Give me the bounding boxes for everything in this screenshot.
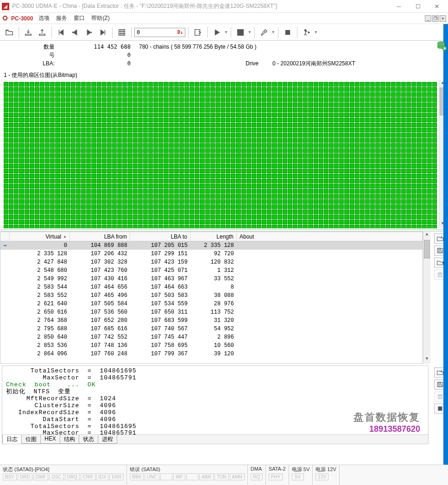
menu-options[interactable]: 选项 [38,14,50,22]
cell-length: 2 896 [190,334,237,341]
th-virtual[interactable]: Virtual▲ [10,232,70,241]
status-group-title: DMA [251,466,263,473]
open-button[interactable] [3,26,16,39]
status-item: BBK [130,473,144,480]
grid2-button[interactable] [234,26,247,39]
status-group: 错误 (SATA0)BBKUNCINFABRTONAMN [127,465,248,485]
save-button[interactable] [36,26,49,39]
load-button[interactable] [22,26,35,39]
status-item: RQ [251,473,263,480]
cell-length: 2 335 128 [190,242,237,249]
cell-length: 10 560 [190,342,237,349]
cell-virtual: 2 650 616 [10,309,70,316]
table-row[interactable]: 2 850 640107 742 552107 745 4472 896 [0,333,423,341]
mdi-minimize-button[interactable]: _ [425,15,431,22]
window-title: PC-3000 UDMA-E - China - [Data Extractor… [12,2,390,10]
status-group-title: 电源 5V [292,466,310,473]
status-group: 电源 5V5V [289,465,313,485]
status-group: 电源 12V12V [313,465,340,485]
log-body[interactable]: TotalSectors = 104861695 MaxSector = 104… [2,366,428,435]
table-row[interactable]: 2 864 096107 760 248107 799 36739 120 [0,350,423,358]
cell-about [237,303,423,304]
table-row[interactable]: 2 853 536107 748 136107 758 69510 560 [0,341,423,350]
th-length[interactable]: Length [190,232,237,241]
cell-lbafrom: 107 423 760 [70,267,130,274]
tab-struct[interactable]: 结构 [60,435,79,444]
database-icon[interactable] [437,41,447,51]
th-about[interactable]: About [237,232,423,241]
status-group-title: 电源 12V [315,466,336,473]
cell-virtual: 0 [10,242,70,249]
maximize-button[interactable]: ☐ [409,0,427,13]
table-row[interactable]: 2 795 688107 685 616107 740 56754 952 [0,325,423,333]
menu-services[interactable]: 服务 [56,14,67,22]
th-lbafrom[interactable]: LBA from [70,232,130,241]
svg-rect-10 [240,33,241,35]
table-scrollbar[interactable]: ▲ ▼ [423,232,430,364]
table-row[interactable]: 2 335 128107 206 432107 299 15192 720 [0,250,423,258]
nav-last-button[interactable] [96,26,109,39]
info-no-value: 0 [60,52,134,58]
info-panel: 数量 114 452 688 780 - chains ( 58 599 776… [0,41,448,69]
status-item: INF [173,473,185,480]
stop-button[interactable] [281,26,294,39]
status-item: DSC [49,473,63,480]
cell-virtual: 2 335 128 [10,250,70,258]
svg-rect-2 [195,29,200,35]
status-item: 12V [315,473,328,480]
tab-process[interactable]: 进程 [98,435,117,444]
table-row[interactable]: 2 621 640107 505 584107 534 55928 976 [0,300,423,308]
cell-virtual: 2 427 848 [10,258,70,266]
svg-rect-9 [238,33,240,35]
tab-log[interactable]: 日志 [2,435,22,444]
menu-window[interactable]: 窗口 [74,14,85,22]
status-item: TON [215,473,229,480]
svg-rect-14 [437,248,442,253]
status-group-title: SATA-2 [269,466,286,473]
table-row[interactable]: ➡0104 869 888107 205 0152 335 128 [0,241,423,250]
log-tabs: 日志 位图 HEX 结构 状态 进程 [2,435,428,444]
close-button[interactable]: ✕ [428,0,446,13]
svg-rect-1 [4,17,6,19]
export-button[interactable] [191,26,204,39]
tab-status[interactable]: 状态 [79,435,98,444]
cell-virtual: 2 621 640 [10,300,70,308]
tab-bitmap[interactable]: 位图 [21,435,41,444]
th-lbato[interactable]: LBA to [130,232,190,241]
menu-app-icon [2,15,9,22]
nav-next-button[interactable] [82,26,95,39]
table-body[interactable]: ➡0104 869 888107 205 0152 335 1282 335 1… [0,241,423,363]
cell-virtual: 2 583 552 [10,292,70,299]
right-strip [443,24,448,465]
tools-button[interactable] [258,26,271,39]
exit-button[interactable] [300,26,313,39]
counter-input[interactable]: 0 D↓ [134,28,185,37]
cell-length: 39 120 [190,350,237,358]
table-row[interactable]: 2 583 544107 464 656107 464 6638 [0,283,423,291]
status-item: DRQ [65,473,80,480]
nav-prev-button[interactable] [69,26,82,39]
nav-first-button[interactable] [55,26,68,39]
grid-button[interactable] [115,26,128,39]
table-row[interactable]: 2 583 552107 465 496107 503 58338 088 [0,291,423,300]
mdi-close-button[interactable]: × [440,15,446,22]
table-row[interactable]: 2 549 992107 430 416107 463 96733 552 [0,275,423,283]
info-lba-label: LBA: [5,60,60,67]
table-row[interactable]: 2 427 848107 302 328107 423 159120 832 [0,258,423,266]
mdi-restore-button[interactable]: ❐ [432,15,439,22]
play-button[interactable] [210,26,223,39]
cell-lbato: 107 425 071 [130,267,190,274]
cell-about [237,312,423,313]
bitmap-grid[interactable] [2,80,439,228]
table-row[interactable]: 2 650 616107 536 560107 650 311113 752 [0,308,423,316]
table-row[interactable]: 2 548 680107 423 760107 425 0711 312 [0,266,423,275]
minimize-button[interactable]: ─ [390,0,408,13]
log-section: TotalSectors = 104861695 MaxSector = 104… [0,365,448,444]
cell-lbato: 107 503 583 [130,292,190,299]
menu-help[interactable]: 帮助(Z) [91,14,109,22]
status-item: BSY [3,473,17,480]
table-section: Virtual▲ LBA from LBA to Length About ➡0… [0,232,448,364]
cell-lbato: 107 740 567 [130,325,190,333]
table-row[interactable]: 2 764 368107 652 280107 683 59931 320 [0,316,423,325]
tab-hex[interactable]: HEX [40,435,60,444]
